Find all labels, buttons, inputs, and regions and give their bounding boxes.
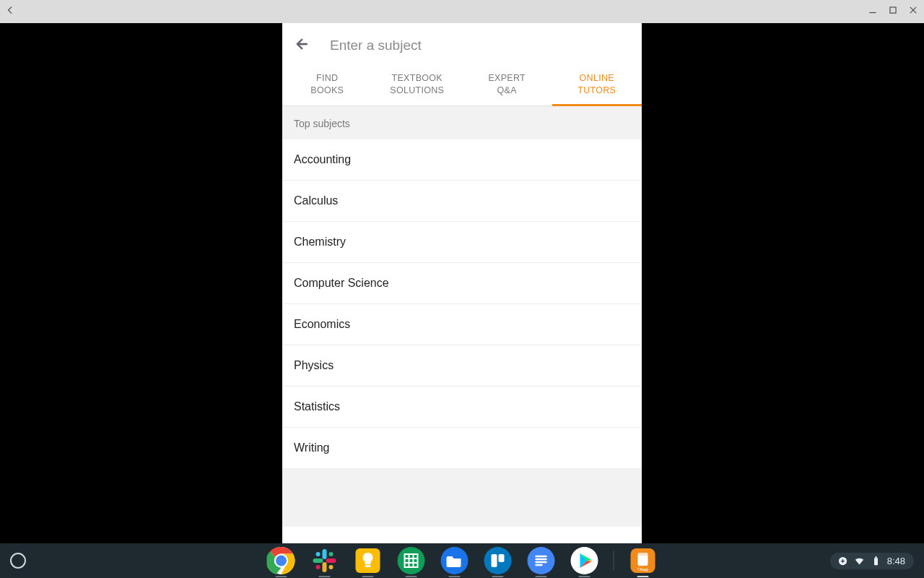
notification-badge-icon: [837, 556, 848, 566]
svg-point-14: [398, 547, 425, 574]
keep-icon: [354, 546, 383, 575]
section-header-top-subjects: Top subjects: [282, 106, 642, 139]
window-minimize-button[interactable]: [868, 5, 878, 18]
window-maximize-button[interactable]: [888, 5, 898, 18]
status-tray[interactable]: 8:48: [830, 553, 914, 569]
chrome-icon: [267, 546, 296, 575]
subject-search-input[interactable]: [330, 38, 630, 53]
shelf-app-chegg[interactable]: Chegg: [629, 546, 658, 575]
battery-icon: [871, 556, 881, 566]
tab-expert-q&a[interactable]: EXPERT Q&A: [462, 68, 552, 105]
trello-icon: [484, 546, 513, 575]
svg-point-3: [276, 556, 287, 566]
window-close-button[interactable]: [908, 5, 918, 18]
svg-rect-6: [323, 562, 327, 572]
arrow-left-icon: [6, 5, 16, 15]
shelf-apps: Chegg: [267, 546, 658, 575]
subject-statistics[interactable]: Statistics: [282, 387, 642, 428]
wifi-icon: [854, 556, 865, 566]
app-stage: FIND BOOKSTEXTBOOK SOLUTIONSEXPERT Q&AON…: [0, 23, 924, 543]
svg-rect-18: [492, 554, 497, 567]
svg-point-17: [484, 547, 512, 574]
svg-text:Chegg: Chegg: [637, 567, 648, 571]
shelf-divider: [614, 551, 614, 571]
play-store-icon: [570, 546, 599, 575]
subject-computer-science[interactable]: Computer Science: [282, 263, 642, 304]
arrow-left-icon: [294, 36, 310, 52]
shelf-app-chrome[interactable]: [267, 546, 296, 575]
svg-rect-27: [874, 558, 878, 565]
maximize-icon: [888, 5, 898, 15]
shelf-app-play-store[interactable]: [570, 546, 599, 575]
subject-chemistry[interactable]: Chemistry: [282, 222, 642, 263]
window-titlebar: [0, 0, 924, 23]
shelf-app-docs[interactable]: [527, 546, 556, 575]
minimize-icon: [868, 5, 878, 15]
svg-rect-24: [638, 553, 648, 556]
shelf: Chegg 8:48: [0, 543, 924, 578]
svg-point-20: [528, 547, 555, 574]
tab-bar: FIND BOOKSTEXTBOOK SOLUTIONSEXPERT Q&AON…: [282, 68, 642, 106]
chegg-app: FIND BOOKSTEXTBOOK SOLUTIONSEXPERT Q&AON…: [282, 23, 642, 543]
svg-point-8: [316, 552, 321, 556]
svg-point-9: [329, 552, 334, 556]
svg-rect-28: [875, 556, 877, 558]
svg-rect-4: [323, 549, 327, 559]
files-icon: [440, 546, 469, 575]
shelf-app-files[interactable]: [440, 546, 469, 575]
svg-point-10: [329, 565, 334, 569]
subject-writing[interactable]: Writing: [282, 428, 642, 469]
shelf-app-slack[interactable]: [310, 546, 339, 575]
sheets-icon: [397, 546, 426, 575]
subjects-list: AccountingCalculusChemistryComputer Scie…: [282, 139, 642, 543]
window-back-button[interactable]: [6, 5, 16, 18]
subject-calculus[interactable]: Calculus: [282, 181, 642, 222]
subject-accounting[interactable]: Accounting: [282, 139, 642, 181]
svg-rect-13: [365, 565, 371, 567]
slack-icon: [310, 546, 339, 575]
svg-rect-0: [890, 7, 896, 13]
svg-point-11: [316, 565, 321, 569]
tab-online-tutors[interactable]: ONLINE TUTORS: [552, 68, 642, 105]
svg-rect-5: [313, 558, 323, 563]
shelf-app-keep[interactable]: [354, 546, 383, 575]
status-time: 8:48: [887, 556, 905, 566]
launcher-button[interactable]: [10, 553, 26, 569]
app-back-button[interactable]: [294, 36, 310, 55]
chegg-icon: Chegg: [629, 546, 658, 575]
shelf-app-trello[interactable]: [484, 546, 513, 575]
tab-textbook-solutions[interactable]: TEXTBOOK SOLUTIONS: [372, 68, 463, 105]
docs-icon: [527, 546, 556, 575]
tab-find-books[interactable]: FIND BOOKS: [282, 68, 372, 105]
subject-physics[interactable]: Physics: [282, 345, 642, 387]
svg-rect-7: [326, 558, 336, 563]
shelf-app-sheets[interactable]: [397, 546, 426, 575]
close-icon: [908, 5, 918, 15]
app-header: [282, 23, 642, 68]
subject-economics[interactable]: Economics: [282, 304, 642, 345]
list-tail: [282, 469, 642, 527]
svg-rect-19: [499, 554, 505, 562]
